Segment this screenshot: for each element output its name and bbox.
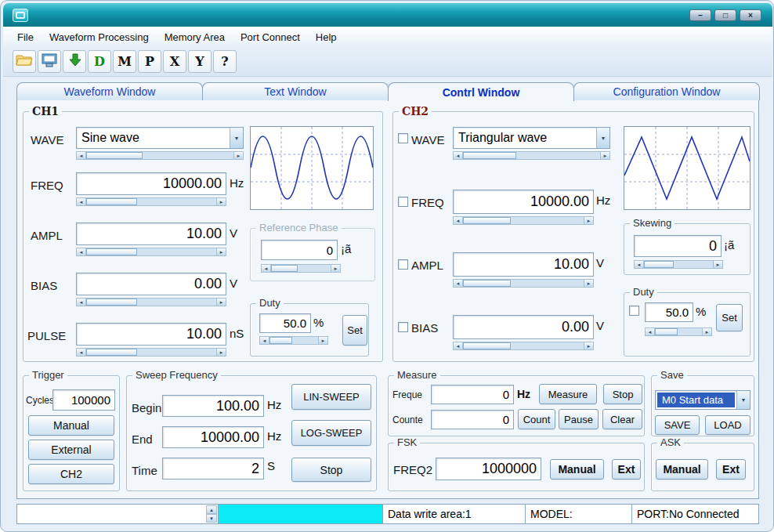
ch2-ampl-input[interactable]: 10.00 bbox=[453, 252, 594, 277]
pause-button[interactable]: Pause bbox=[559, 409, 599, 429]
scroll-thumb[interactable] bbox=[86, 198, 137, 205]
ch1-ampl-scrollbar[interactable] bbox=[76, 248, 226, 256]
trigger-cycles-input[interactable]: 100000 bbox=[52, 389, 115, 411]
ch1-duty-set-button[interactable]: Set bbox=[342, 315, 367, 346]
ch1-duty-scrollbar[interactable] bbox=[259, 336, 328, 345]
tab-waveform-window[interactable]: Waveform Window bbox=[16, 82, 203, 100]
ch1-bias-scrollbar[interactable] bbox=[76, 298, 226, 306]
minimize-button[interactable]: – bbox=[689, 9, 711, 21]
ch2-duty-checkbox[interactable] bbox=[629, 306, 639, 316]
chevron-down-icon[interactable]: ▼ bbox=[596, 128, 609, 148]
memory-select[interactable]: M0 Start data ▼ bbox=[655, 390, 750, 410]
ch2-wave-select[interactable]: Triangular wave ▼ bbox=[453, 127, 610, 149]
spin-up-icon[interactable]: ▲ bbox=[206, 505, 217, 514]
ch1-pulse-input[interactable]: 10.00 bbox=[76, 323, 226, 346]
reference-phase-input[interactable]: 0 bbox=[261, 240, 338, 260]
scroll-thumb[interactable] bbox=[86, 299, 137, 306]
ch2-bias-input[interactable]: 0.00 bbox=[453, 315, 594, 339]
open-file-button[interactable] bbox=[13, 50, 36, 73]
fsk-ext-button[interactable]: Ext bbox=[612, 459, 641, 480]
ch1-freq-scrollbar[interactable] bbox=[76, 197, 226, 206]
ch2-wave-checkbox[interactable] bbox=[398, 133, 408, 143]
menu-file[interactable]: File bbox=[9, 28, 42, 46]
sweep-end-input[interactable]: 10000.00 bbox=[162, 426, 264, 448]
tab-text-window[interactable]: Text Window bbox=[202, 82, 389, 100]
scroll-thumb[interactable] bbox=[463, 280, 511, 287]
measure-freq-input[interactable]: 0 bbox=[431, 385, 514, 404]
measure-counter-input[interactable]: 0 bbox=[431, 410, 514, 429]
toolbar-x-button[interactable]: X bbox=[163, 50, 186, 73]
scroll-thumb[interactable] bbox=[463, 152, 516, 159]
load-button[interactable]: LOAD bbox=[705, 415, 750, 435]
maximize-button[interactable]: □ bbox=[714, 9, 736, 21]
ch2-freq-input[interactable]: 10000.00 bbox=[453, 190, 594, 214]
toolbar-help-button[interactable]: ? bbox=[213, 50, 237, 73]
ch1-freq-input[interactable]: 10000.00 bbox=[76, 172, 226, 195]
menu-help[interactable]: Help bbox=[308, 28, 345, 46]
ch2-freq-checkbox[interactable] bbox=[398, 197, 408, 207]
save-file-button[interactable] bbox=[38, 50, 61, 73]
menu-waveform-processing[interactable]: Waveform Processing bbox=[42, 28, 157, 46]
scroll-thumb[interactable] bbox=[86, 248, 137, 255]
scroll-thumb[interactable] bbox=[86, 152, 143, 159]
ch2-duty-set-button[interactable]: Set bbox=[716, 304, 743, 331]
fsk-manual-button[interactable]: Manual bbox=[550, 459, 604, 480]
save-button[interactable]: SAVE bbox=[655, 415, 700, 435]
scroll-thumb[interactable] bbox=[463, 217, 511, 224]
reference-phase-scrollbar[interactable] bbox=[261, 264, 341, 273]
scroll-thumb[interactable] bbox=[269, 337, 292, 344]
ch2-ampl-checkbox[interactable] bbox=[398, 259, 408, 270]
ch1-wave-select[interactable]: Sine wave ▼ bbox=[76, 127, 244, 149]
toolbar-m-button[interactable]: M bbox=[113, 50, 136, 73]
sweep-time-input[interactable]: 2 bbox=[162, 458, 264, 480]
menu-memory-area[interactable]: Memory Area bbox=[157, 28, 233, 46]
ch2-ampl-scrollbar[interactable] bbox=[453, 279, 594, 288]
ch2-wave-scrollbar[interactable] bbox=[453, 151, 610, 160]
ch2-duty-input[interactable]: 50.0 bbox=[645, 302, 693, 322]
ch2-freq-scrollbar[interactable] bbox=[453, 216, 594, 225]
titlebar[interactable]: – □ × bbox=[3, 3, 772, 27]
ask-ext-button[interactable]: Ext bbox=[716, 459, 746, 480]
count-button[interactable]: Count bbox=[518, 409, 555, 429]
ask-manual-button[interactable]: Manual bbox=[656, 459, 708, 480]
ch2-duty-scrollbar[interactable] bbox=[645, 328, 712, 336]
scroll-thumb[interactable] bbox=[644, 261, 674, 268]
sweep-begin-input[interactable]: 100.00 bbox=[162, 395, 264, 417]
lin-sweep-button[interactable]: LIN-SWEEP bbox=[291, 384, 371, 410]
toolbar-d-button[interactable]: D bbox=[88, 50, 111, 73]
scroll-thumb[interactable] bbox=[86, 349, 137, 356]
ch1-pulse-scrollbar[interactable] bbox=[76, 348, 226, 356]
tab-configuration-window[interactable]: Configuration Window bbox=[573, 82, 760, 100]
fsk-freq2-input[interactable]: 1000000 bbox=[436, 458, 541, 480]
tab-contrl-window[interactable]: Contrl Window bbox=[388, 82, 574, 101]
ch1-bias-unit: V bbox=[230, 277, 237, 290]
scroll-thumb[interactable] bbox=[655, 328, 678, 335]
ch1-bias-input[interactable]: 0.00 bbox=[76, 273, 226, 295]
skewing-scrollbar[interactable] bbox=[634, 260, 723, 269]
log-sweep-button[interactable]: LOG-SWEEP bbox=[291, 420, 371, 446]
ch1-wave-scrollbar[interactable] bbox=[76, 151, 244, 160]
ch2-bias-checkbox[interactable] bbox=[398, 322, 408, 332]
import-button[interactable] bbox=[63, 50, 86, 73]
menu-port-connect[interactable]: Port Connect bbox=[233, 28, 308, 46]
trigger-manual-button[interactable]: Manual bbox=[28, 415, 114, 436]
close-button[interactable]: × bbox=[740, 9, 761, 21]
chevron-down-icon[interactable]: ▼ bbox=[736, 391, 750, 409]
clear-button[interactable]: Clear bbox=[602, 409, 642, 429]
chevron-down-icon[interactable]: ▼ bbox=[230, 128, 243, 148]
ch1-duty-input[interactable]: 50.0 bbox=[259, 313, 311, 333]
skewing-input[interactable]: 0 bbox=[634, 235, 722, 257]
scroll-thumb[interactable] bbox=[463, 342, 511, 349]
trigger-ch2-button[interactable]: CH2 bbox=[28, 464, 114, 484]
toolbar-y-button[interactable]: Y bbox=[188, 50, 212, 73]
measure-stop-button[interactable]: Stop bbox=[603, 384, 642, 404]
scroll-thumb[interactable] bbox=[271, 265, 298, 272]
sweep-stop-button[interactable]: Stop bbox=[291, 458, 371, 482]
measure-button[interactable]: Measure bbox=[539, 384, 597, 404]
toolbar-p-button[interactable]: P bbox=[138, 50, 161, 73]
ch2-bias-scrollbar[interactable] bbox=[453, 342, 594, 350]
ch1-ampl-input[interactable]: 10.00 bbox=[76, 223, 226, 245]
trigger-external-button[interactable]: External bbox=[28, 440, 114, 460]
status-spin-combo[interactable]: ▲ ▼ bbox=[16, 504, 219, 524]
spin-down-icon[interactable]: ▼ bbox=[206, 514, 217, 523]
